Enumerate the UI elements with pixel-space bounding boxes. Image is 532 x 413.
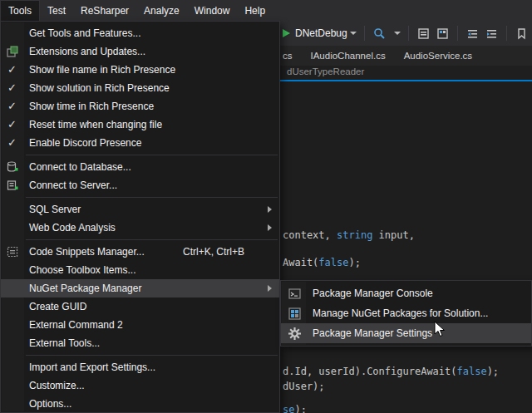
submenu-arrow-icon <box>268 224 272 231</box>
menu-bar: Tools Test ReSharper Analyze Window Help <box>0 0 532 21</box>
menu-item-sql-server[interactable]: SQL Server <box>1 200 279 219</box>
menu-item-connect-to-database[interactable]: Connect to Database... <box>1 158 279 176</box>
code-line: se); <box>283 404 307 413</box>
menu-item-connect-to-server[interactable]: Connect to Server... <box>1 176 279 194</box>
toolbar-separator <box>506 26 507 41</box>
document-tab-audioservice[interactable]: AudioService.cs <box>395 46 481 66</box>
nuget-manage-icon <box>288 307 301 320</box>
menu-item-customize[interactable]: Customize... <box>1 376 279 395</box>
menu-item-external-command-2[interactable]: External Command 2 <box>1 316 279 334</box>
menu-item-create-guid[interactable]: Create GUID <box>1 297 279 316</box>
menu-item-reset-time-when-changing-file[interactable]: ✓Reset time when changing file <box>1 116 279 134</box>
member-dropdown[interactable]: dUserTypeReader <box>287 66 364 76</box>
code-line: context, string input, <box>283 229 415 241</box>
menu-item-extensions-and-updates[interactable]: Extensions and Updates... <box>1 42 279 61</box>
toolbar-separator <box>364 26 365 41</box>
document-tab[interactable]: cs <box>280 46 302 66</box>
chevron-down-icon[interactable] <box>350 32 357 35</box>
menubar-item-tools[interactable]: Tools <box>0 0 40 21</box>
menu-item-get-tools-and-features[interactable]: Get Tools and Features... <box>1 24 279 42</box>
server-icon <box>6 179 19 192</box>
find-in-files-icon[interactable] <box>372 27 387 41</box>
code-line: d.Id, userId).ConfigureAwait(false); <box>283 366 499 377</box>
menu-item-choose-toolbox-items[interactable]: Choose Toolbox Items... <box>1 261 279 279</box>
menubar-item-analyze[interactable]: Analyze <box>136 0 187 21</box>
menubar-item-window[interactable]: Window <box>187 0 238 21</box>
menu-item-external-tools[interactable]: External Tools... <box>1 334 279 352</box>
toolbar-separator <box>408 26 409 41</box>
submenu-arrow-icon <box>268 206 272 213</box>
menu-item-package-manager-settings[interactable]: Package Manager Settings <box>281 323 531 343</box>
indent-increase-icon[interactable] <box>485 27 499 41</box>
menu-item-package-manager-console[interactable]: Package Manager Console <box>281 283 531 303</box>
tools-menu: Get Tools and Features... Extensions and… <box>0 21 280 413</box>
checkmark-icon: ✓ <box>7 136 17 150</box>
menu-item-manage-nuget-packages-for-solution[interactable]: Manage NuGet Packages for Solution... <box>281 303 531 323</box>
menu-separator <box>26 355 278 356</box>
run-config-label: DNetDebug <box>295 27 347 39</box>
solution-explorer-icon[interactable] <box>416 27 431 41</box>
console-icon <box>288 287 301 300</box>
properties-icon[interactable] <box>436 27 450 41</box>
menubar-item-resharper[interactable]: ReSharper <box>73 0 136 21</box>
menu-separator <box>26 155 278 155</box>
document-tab-iaudiochannel[interactable]: IAudioChannel.cs <box>302 46 395 66</box>
menu-item-import-and-export-settings[interactable]: Import and Export Settings... <box>1 358 279 376</box>
menu-item-show-time-rich-presence[interactable]: ✓Show time in Rich Presence <box>1 97 279 116</box>
menu-item-show-solution-rich-presence[interactable]: ✓Show solution in Rich Presence <box>1 79 279 97</box>
toolbar-separator <box>457 26 458 41</box>
chevron-down-icon[interactable] <box>394 32 401 35</box>
menu-item-options[interactable]: Options... <box>1 395 279 413</box>
bookmark-icon[interactable] <box>515 27 529 41</box>
snippets-icon <box>6 245 19 258</box>
run-icon <box>283 29 290 37</box>
code-line: Await(false); <box>283 257 361 268</box>
checkmark-icon: ✓ <box>7 63 17 76</box>
checkmark-icon: ✓ <box>7 81 17 95</box>
extensions-icon <box>6 45 19 58</box>
indent-decrease-icon[interactable] <box>466 27 480 41</box>
database-icon <box>6 160 19 174</box>
checkmark-icon: ✓ <box>7 100 17 113</box>
code-line: dUser); <box>283 381 325 392</box>
menu-item-code-snippets-manager[interactable]: Code Snippets Manager... Ctrl+K, Ctrl+B <box>1 243 279 261</box>
gear-icon <box>288 327 301 340</box>
menubar-item-help[interactable]: Help <box>237 0 273 21</box>
menu-separator <box>26 239 278 240</box>
menu-item-show-file-name-rich-presence[interactable]: ✓Show file name in Rich Presence <box>1 61 279 79</box>
menu-item-enable-discord-presence[interactable]: ✓Enable Discord Presence <box>1 134 279 152</box>
nuget-package-manager-submenu: Package Manager Console Manage NuGet Pac… <box>280 280 532 347</box>
shortcut-label: Ctrl+K, Ctrl+B <box>183 246 273 258</box>
menu-item-web-code-analysis[interactable]: Web Code Analysis <box>1 219 279 237</box>
start-debug-button[interactable]: DNetDebug <box>283 27 357 39</box>
menu-item-nuget-package-manager[interactable]: NuGet Package Manager <box>1 279 279 297</box>
menu-separator <box>26 197 278 198</box>
checkmark-icon: ✓ <box>7 118 17 131</box>
menubar-item-test[interactable]: Test <box>40 0 73 21</box>
submenu-arrow-icon <box>268 285 272 292</box>
